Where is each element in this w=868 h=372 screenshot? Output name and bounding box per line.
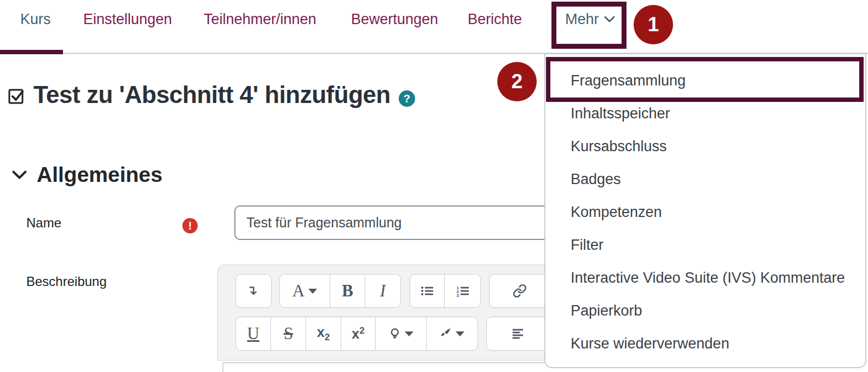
tab-kurs[interactable]: Kurs bbox=[20, 11, 51, 28]
toolbar-group-lists: 1 2 3 bbox=[410, 274, 481, 308]
align-left-icon bbox=[512, 328, 525, 340]
name-label: Name bbox=[26, 215, 61, 231]
annotation-box-fragensammlung bbox=[546, 57, 864, 102]
caret-down-icon bbox=[405, 331, 413, 336]
annotation-step-2: 2 bbox=[497, 62, 537, 101]
tab-berichte[interactable]: Berichte bbox=[468, 11, 522, 28]
page-title: Test zu 'Abschnitt 4' hinzufügen bbox=[33, 81, 390, 108]
bold-button[interactable]: B bbox=[330, 274, 365, 307]
section-allgemeines: Allgemeines bbox=[12, 163, 163, 187]
subscript-button[interactable]: x2 bbox=[306, 317, 341, 350]
menu-item-kompetenzen[interactable]: Kompetenzen bbox=[545, 196, 865, 228]
font-styles-button[interactable]: A bbox=[280, 274, 330, 307]
font-styles-glyph: A bbox=[292, 281, 304, 301]
drawing-button[interactable] bbox=[427, 317, 478, 350]
menu-item-filter[interactable]: Filter bbox=[545, 228, 865, 261]
menu-item-inhaltsspeicher[interactable]: Inhaltsspeicher bbox=[545, 97, 865, 130]
align-left-button[interactable] bbox=[487, 317, 550, 350]
section-heading: Allgemeines bbox=[37, 163, 163, 187]
name-input[interactable]: Test für Fragensammlung bbox=[234, 205, 570, 240]
paintbrush-icon bbox=[440, 328, 452, 340]
numbered-list-icon: 1 2 3 bbox=[456, 285, 470, 297]
editor-content-area[interactable] bbox=[222, 362, 570, 372]
toolbar-group-link bbox=[489, 274, 550, 308]
toolbar-group-text-style: A B I bbox=[279, 274, 401, 308]
collapse-arrow-icon bbox=[248, 285, 260, 297]
tab-bewertungen[interactable]: Bewertungen bbox=[351, 11, 438, 28]
bold-glyph: B bbox=[342, 281, 353, 301]
caret-down-icon bbox=[308, 289, 317, 294]
subscript-glyph: x2 bbox=[317, 324, 330, 343]
help-icon[interactable]: ? bbox=[399, 90, 415, 107]
superscript-button[interactable]: x2 bbox=[341, 317, 376, 350]
superscript-glyph: x2 bbox=[352, 325, 364, 342]
underline-button[interactable]: U bbox=[236, 317, 271, 350]
unordered-list-button[interactable] bbox=[410, 274, 445, 307]
menu-item-kurse-wiederverwenden[interactable]: Kurse wiederverwenden bbox=[545, 327, 865, 360]
moodle-course-page: Kurs Einstellungen Teilnehmer/innen Bewe… bbox=[0, 0, 868, 372]
menu-item-kursabschluss[interactable]: Kursabschluss bbox=[545, 130, 865, 163]
toolbar-group-align bbox=[486, 317, 550, 351]
quiz-checkbox-icon bbox=[8, 85, 25, 105]
description-label: Beschreibung bbox=[26, 274, 107, 289]
link-button[interactable] bbox=[490, 274, 550, 307]
tab-einstellungen[interactable]: Einstellungen bbox=[83, 11, 172, 28]
toolbar-group-collapse bbox=[235, 274, 272, 308]
annotation-step-1: 1 bbox=[634, 5, 673, 44]
menu-item-papierkorb[interactable]: Papierkorb bbox=[545, 294, 865, 327]
required-icon: ! bbox=[182, 218, 198, 233]
lightbulb-icon bbox=[389, 328, 401, 340]
caret-down-icon bbox=[456, 331, 464, 336]
tab-teilnehmer[interactable]: Teilnehmer/innen bbox=[204, 11, 317, 28]
menu-item-badges[interactable]: Badges bbox=[545, 163, 865, 196]
svg-text:3: 3 bbox=[456, 293, 459, 297]
strikethrough-glyph: S bbox=[284, 324, 293, 344]
underline-glyph: U bbox=[247, 324, 259, 344]
menu-item-ivs-kommentare[interactable]: Interactive Video Suite (IVS) Kommentare bbox=[545, 261, 865, 294]
section-collapse-chevron-icon[interactable] bbox=[12, 170, 27, 180]
annotation-box-mehr bbox=[551, 2, 626, 49]
equation-button[interactable] bbox=[376, 317, 427, 350]
italic-button[interactable]: I bbox=[365, 274, 400, 307]
italic-glyph: I bbox=[380, 281, 386, 301]
link-icon bbox=[513, 284, 527, 298]
ordered-list-button[interactable]: 1 2 3 bbox=[445, 274, 480, 307]
collapse-toolbar-button[interactable] bbox=[236, 274, 271, 307]
bullet-list-icon bbox=[420, 285, 434, 297]
page-title-row: Test zu 'Abschnitt 4' hinzufügen ? bbox=[8, 81, 415, 108]
strikethrough-button[interactable]: S bbox=[271, 317, 306, 350]
active-tab-underline bbox=[0, 50, 63, 54]
toolbar-group-format: U S x2 x2 bbox=[235, 317, 478, 351]
